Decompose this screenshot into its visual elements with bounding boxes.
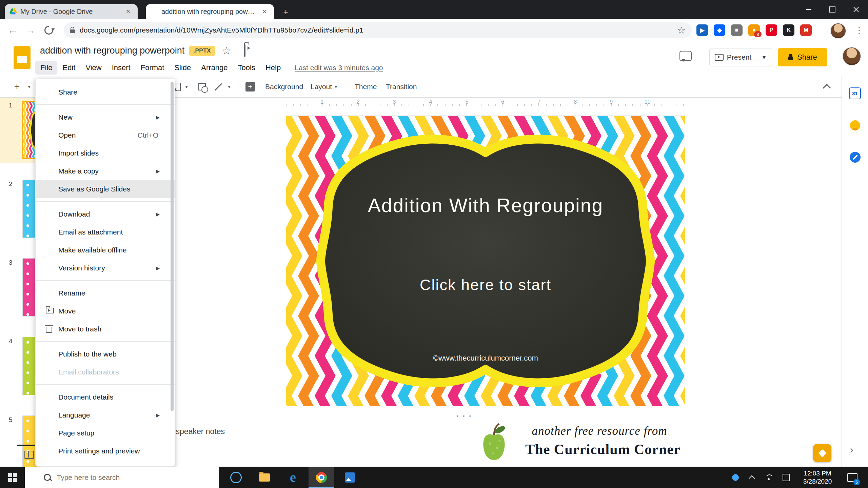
present-button[interactable]: Present [709,48,757,66]
file-menu-item[interactable]: Email as attachment ▸ [36,223,175,241]
photos-icon[interactable] [337,467,363,488]
file-menu-item[interactable]: Download ▸ [36,205,175,223]
file-menu-item[interactable]: ▸ [36,201,175,202]
file-menu-item[interactable]: Language ▸ [36,406,175,424]
tab-slides-document[interactable]: addition with regrouping powerpoint × [146,4,274,19]
tray-app-icon[interactable] [728,467,743,488]
extension-pinterest[interactable]: P [765,24,778,37]
extension-dropbox[interactable]: ◆ [713,24,726,37]
address-bar[interactable]: docs.google.com/presentation/d/10WmjZysA… [64,22,692,38]
file-menu-item[interactable]: Publish to the web ▸ [36,345,175,363]
layout-button[interactable]: Layout▾ [305,79,343,94]
calendar-icon[interactable]: 31 [849,87,861,99]
menu-item[interactable]: View [80,61,106,75]
extension-capture[interactable]: ■ [730,24,743,37]
edge-icon[interactable]: e [280,467,306,488]
file-menu-item[interactable]: Move to trash ▸ [36,320,175,338]
window-maximize-button[interactable] [821,0,844,19]
window-minimize-button[interactable] [797,0,821,19]
file-menu-item[interactable]: Print settings and preview ▸ [36,442,175,460]
present-dropdown-button[interactable]: ▾ [756,48,772,66]
network-icon[interactable] [761,467,776,488]
file-menu-item[interactable]: Document details ▸ [36,388,175,406]
tab-close-icon[interactable]: × [260,7,269,16]
slide-subtitle-text[interactable]: Click here to start [286,276,685,294]
extension-avatar[interactable]: ● 8 [748,24,761,37]
window-close-button[interactable] [844,0,868,19]
tray-box-icon[interactable] [778,467,794,488]
transition-button[interactable]: Transition [380,79,422,94]
file-explorer-icon[interactable] [252,467,277,488]
menu-item[interactable]: Insert [107,61,136,75]
file-menu-item[interactable]: New ▸ [36,108,175,126]
reload-button[interactable] [40,19,58,41]
menu-item[interactable]: File [35,61,57,75]
file-menu-item[interactable]: Move ▸ [36,302,175,320]
star-document-icon[interactable]: ☆ [220,45,233,57]
file-menu-item[interactable]: Share ▸ [36,83,175,101]
grid-view-icon[interactable] [24,451,34,459]
hidden-icons-chevron[interactable] [745,467,759,488]
extension-k[interactable]: K [782,24,795,37]
file-menu-item[interactable]: Make a copy ▸ [36,162,175,180]
explore-button[interactable] [813,444,831,462]
comments-icon[interactable] [679,51,692,61]
start-button[interactable] [0,467,25,488]
file-menu-item[interactable]: Open Ctrl+O ▸ [36,126,175,144]
slide-credit-text[interactable]: ©www.thecurriculumcorner.com [286,354,685,363]
file-menu-item[interactable]: ▸ [36,341,175,342]
menu-scrollbar[interactable] [171,82,174,411]
notes-resize-handle[interactable]: • • • [456,413,472,420]
last-edit-link[interactable]: Last edit was 3 minutes ago [295,64,383,72]
action-center-icon[interactable]: 6 [843,467,862,488]
menu-item[interactable]: Format [136,61,170,75]
file-menu-item[interactable]: Version history ▸ [36,259,175,277]
current-slide[interactable]: Addition With Regrouping Click here to s… [286,116,685,406]
move-folder-icon[interactable] [238,45,252,57]
image-dropdown-icon[interactable]: ▾ [183,79,190,94]
new-slide-button[interactable]: + [10,79,24,94]
menu-item[interactable]: Slide [169,61,196,75]
taskbar-search[interactable] [25,467,219,488]
hide-panel-chevron-icon[interactable]: › [850,444,853,455]
file-menu-item[interactable]: ▸ [36,104,175,105]
file-menu-item[interactable]: Page setup ▸ [36,424,175,442]
browser-menu-icon[interactable]: ⋮ [852,19,867,41]
forward-button[interactable]: → [22,19,39,41]
file-menu-item[interactable]: Make available offline ▸ [36,241,175,259]
chrome-icon[interactable] [309,467,334,488]
background-button[interactable]: Background [260,79,309,94]
browser-profile-avatar[interactable] [830,23,846,39]
editing-canvas[interactable]: 12345678910 Addition With Regrouping Cli… [111,98,842,467]
insert-placeholder-icon[interactable]: + [243,79,258,94]
menu-item[interactable]: Tools [233,61,260,75]
taskbar-clock[interactable]: 12:03 PM 3/28/2020 [796,467,839,488]
insert-shape-icon[interactable] [195,79,210,94]
tab-google-drive[interactable]: My Drive - Google Drive × [5,4,138,19]
cortana-button[interactable] [223,467,249,488]
file-menu-item[interactable]: Save as Google Slides ▸ [36,180,175,198]
collapse-toolbar-icon[interactable] [820,79,833,94]
tab-close-icon[interactable]: × [123,7,133,16]
slide-title-text[interactable]: Addition With Regrouping [286,194,685,217]
line-dropdown-icon[interactable]: ▾ [226,79,233,94]
file-menu-item[interactable]: Rename ▸ [36,284,175,302]
search-input[interactable] [56,473,207,482]
extension-arrow[interactable]: ▶ [696,24,709,37]
file-menu-item[interactable]: Email collaborators ▸ [36,363,175,381]
new-slide-dropdown-icon[interactable]: ▾ [25,79,33,94]
share-button[interactable]: Share [778,48,827,66]
file-menu-item[interactable]: ▸ [36,384,175,385]
new-tab-button[interactable]: + [280,6,292,18]
document-title[interactable]: addition with regrouping powerpoint [40,45,184,56]
theme-button[interactable]: Theme [349,79,382,94]
slides-logo-icon[interactable] [14,46,31,69]
file-menu-item[interactable]: ▸ [36,280,175,281]
account-avatar[interactable] [842,47,861,66]
keep-icon[interactable] [849,119,861,131]
tasks-icon[interactable] [849,151,861,163]
menu-item[interactable]: Help [260,61,286,75]
menu-item[interactable]: Edit [57,61,80,75]
back-button[interactable]: ← [4,19,22,41]
insert-line-icon[interactable] [212,79,225,94]
